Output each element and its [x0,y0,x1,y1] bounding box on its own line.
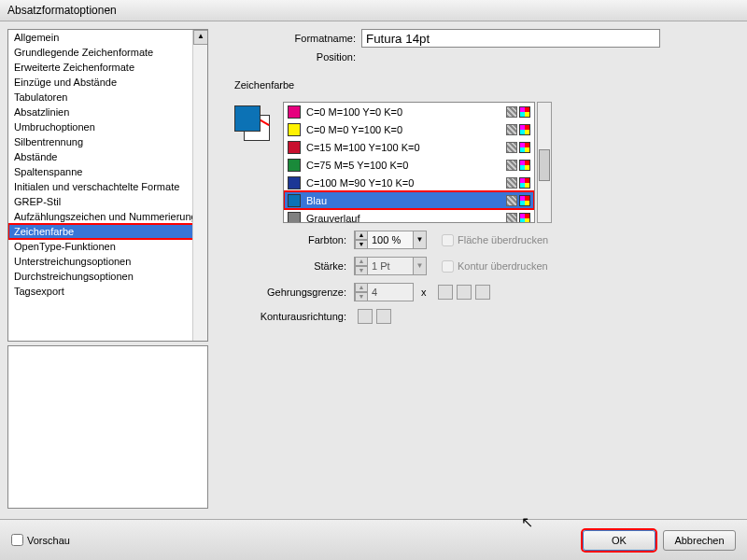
miter-label: Gehrungsgrenze: [234,287,346,298]
join-miter-icon[interactable] [438,285,453,300]
swatch-type-icon [506,124,517,135]
align-inside-icon[interactable] [376,309,391,324]
sidebar-scrollbar[interactable]: ▲ [192,30,207,341]
sidebar-item[interactable]: Absatzlinien [8,105,207,119]
sidebar-item[interactable]: Durchstreichungsoptionen [8,269,207,284]
tint-spinner[interactable]: ▲▼ ▼ [354,231,427,249]
color-swatch-row[interactable]: Grauverlauf [284,209,534,223]
sidebar-item[interactable]: Tagsexport [8,284,207,299]
sidebar-item[interactable]: Abstände [8,149,207,164]
miter-suffix: x [421,287,427,298]
color-mode-icon [519,213,530,224]
dialog-footer: Vorschau OK Abbrechen [0,519,747,560]
sidebar-item[interactable]: Silbentrennung [8,134,207,149]
sidebar-item[interactable]: Unterstreichungsoptionen [8,254,207,269]
color-swatch-row[interactable]: C=0 M=0 Y=100 K=0 [284,120,534,138]
sidebar-item[interactable]: Spaltenspanne [8,164,207,179]
tint-label: Farbton: [234,234,346,245]
color-scrollbar[interactable] [537,102,552,223]
color-mode-icon [519,142,530,153]
color-mode-icon [519,195,530,206]
color-swatch-row[interactable]: C=0 M=100 Y=0 K=0 [284,103,534,120]
miter-spinner: ▲▼ [354,283,414,301]
sidebar-item[interactable]: Tabulatoren [8,90,207,105]
tint-dropdown-icon[interactable]: ▼ [413,231,426,248]
sidebar-item[interactable]: Initialen und verschachtelte Formate [8,179,207,194]
color-swatch-row[interactable]: C=75 M=5 Y=100 K=0 [284,156,534,174]
cancel-button[interactable]: Abbrechen [663,530,736,551]
swatch-type-icon [506,106,517,118]
color-swatch-row[interactable]: Blau [284,191,534,209]
color-swatch-row[interactable]: C=15 M=100 Y=100 K=0 [284,138,534,156]
stroke-value [368,260,413,272]
scroll-up-icon[interactable]: ▲ [193,30,208,45]
sidebar-item[interactable]: Zeichenfarbe [8,224,207,239]
preview-checkbox[interactable]: Vorschau [11,534,70,546]
section-title: Zeichenfarbe [234,79,728,91]
sidebar-item[interactable]: Aufzählungszeichen und Nummerierung [8,209,207,224]
swatch-type-icon [506,142,517,153]
sidebar-item[interactable]: Umbruchoptionen [8,119,207,134]
color-mode-icon [519,160,530,171]
stroke-spinner: ▲▼ ▼ [354,257,427,275]
color-swatch-row[interactable]: C=100 M=90 Y=10 K=0 [284,174,534,191]
stroke-label: Stärke: [234,260,346,272]
swatch-type-icon [506,160,517,171]
sidebar-item[interactable]: Erweiterte Zeichenformate [8,60,207,75]
sidebar-item[interactable]: Allgemein [8,30,207,45]
formatname-input[interactable] [361,29,660,48]
color-list[interactable]: C=0 M=100 Y=0 K=0C=0 M=0 Y=100 K=0C=15 M… [283,102,535,223]
color-mode-icon [519,106,530,118]
color-mode-icon [519,124,530,135]
sidebar-item[interactable]: Grundlegende Zeichenformate [8,45,207,60]
sidebar-categories[interactable]: AllgemeinGrundlegende ZeichenformateErwe… [7,29,208,342]
swatch-type-icon [506,195,517,206]
join-round-icon[interactable] [457,285,472,300]
swatch-type-icon [506,177,517,189]
align-center-icon[interactable] [358,309,373,324]
overprint-fill-checkbox: Fläche überdrucken [442,234,548,246]
position-label: Position: [234,51,356,63]
color-mode-icon [519,177,530,189]
join-bevel-icon[interactable] [475,285,490,300]
sidebar-item[interactable]: GREP-Stil [8,194,207,209]
swatch-type-icon [506,213,517,224]
ok-button[interactable]: OK [583,530,655,551]
preview-area [7,345,208,509]
fill-stroke-proxy[interactable] [234,105,270,141]
dialog-title: Absatzformatoptionen [0,0,747,21]
tint-value[interactable] [368,234,413,245]
sidebar-item[interactable]: Einzüge und Abstände [8,75,207,90]
miter-value [368,287,413,298]
overprint-stroke-checkbox: Kontur überdrucken [442,260,548,273]
stroke-align-label: Konturausrichtung: [234,311,346,322]
sidebar-item[interactable]: OpenType-Funktionen [8,239,207,254]
formatname-label: Formatname: [234,33,356,44]
